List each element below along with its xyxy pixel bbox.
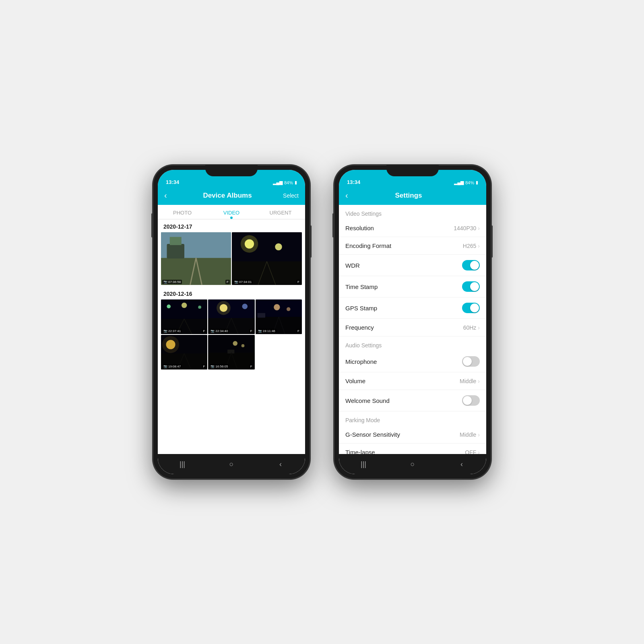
volume-chevron: › — [478, 378, 480, 384]
svg-point-38 — [162, 336, 179, 353]
welcome-sound-toggle[interactable] — [462, 395, 480, 406]
wdr-label: WDR — [345, 262, 360, 269]
nav-home-right[interactable]: ○ — [405, 456, 421, 472]
setting-gsensor[interactable]: G-Sensor Sensitivity Middle › — [339, 426, 486, 444]
microphone-toggle-thumb — [463, 357, 472, 366]
cam-icon-5: 📷 — [258, 329, 262, 333]
nav-back-left[interactable]: ‹ — [272, 456, 289, 472]
resolution-chevron: › — [478, 225, 480, 231]
svg-point-44 — [242, 344, 245, 347]
timestamp-toggle[interactable] — [462, 281, 480, 292]
album-content: 2020-12-17 — [158, 219, 305, 454]
gsensor-label: G-Sensor Sensitivity — [345, 431, 400, 438]
list-item[interactable]: 📷 16:56:05 F — [208, 335, 254, 369]
setting-timelapse[interactable]: Time-lapse OFF › — [339, 444, 486, 454]
thumb-meta-1: 📷 07:36:58 F — [161, 280, 231, 284]
volume-label: Volume — [345, 378, 365, 384]
svg-rect-6 — [170, 237, 182, 245]
svg-point-17 — [182, 302, 187, 308]
svg-point-16 — [167, 304, 171, 308]
timestamp-toggle-thumb — [470, 282, 479, 291]
camera-icon: 📷 — [163, 280, 167, 284]
video-flag-2: F — [296, 280, 301, 284]
setting-resolution[interactable]: Resolution 1440P30 › — [339, 219, 486, 237]
setting-welcome-sound: Welcome Sound — [339, 390, 486, 411]
welcome-sound-toggle-thumb — [463, 396, 472, 405]
select-button[interactable]: Select — [279, 192, 299, 199]
section-audio-header: Audio Settings — [339, 336, 486, 351]
nav-menu-right[interactable]: ||| — [355, 456, 372, 472]
video-duration-1: 📷 07:36:58 — [162, 280, 182, 284]
gps-stamp-label: GPS Stamp — [345, 305, 377, 312]
svg-rect-5 — [167, 244, 185, 258]
timelapse-label: Time-lapse — [345, 449, 375, 454]
section-parking-header: Parking Mode — [339, 411, 486, 426]
video-grid-1: 📷 07:36:58 F — [158, 232, 305, 287]
tab-bar: PHOTO VIDEO URGENT — [158, 205, 305, 219]
list-item[interactable]: 📷 22:34:40 F — [208, 299, 254, 334]
thumb-meta-2: 📷 07:34:01 F — [232, 280, 302, 284]
bottom-nav-right: ||| ○ ‹ — [339, 454, 486, 474]
setting-wdr: WDR — [339, 255, 486, 276]
back-button-left[interactable]: ‹ — [164, 191, 176, 200]
resolution-label: Resolution — [345, 225, 374, 231]
setting-volume[interactable]: Volume Middle › — [339, 372, 486, 390]
list-item[interactable]: 📷 07:34:01 F — [232, 232, 302, 285]
cam-icon-3: 📷 — [163, 329, 167, 333]
frequency-chevron: › — [478, 324, 480, 331]
cam-icon-6: 📷 — [163, 365, 167, 368]
gps-stamp-toggle-thumb — [470, 303, 479, 312]
list-item[interactable]: 📷 19:11:46 F — [256, 299, 302, 334]
resolution-value: 1440P30 › — [454, 225, 480, 231]
timelapse-chevron: › — [478, 449, 480, 454]
microphone-label: Microphone — [345, 358, 377, 365]
svg-point-30 — [274, 304, 280, 310]
svg-point-25 — [242, 303, 248, 309]
wdr-toggle[interactable] — [462, 260, 480, 270]
timelapse-value: OFF › — [465, 449, 480, 454]
phone-left: 13:34 ▂▄▆ 84% ▮ ‹ Device Albums Select P… — [153, 165, 310, 479]
tab-photo[interactable]: PHOTO — [158, 205, 207, 219]
signal-icon-right: ▂▄▆ — [454, 180, 464, 185]
nav-home-left[interactable]: ○ — [223, 456, 239, 472]
video-grid-2: 📷 22:37:41 F — [158, 299, 305, 372]
date-label-2: 2020-12-16 — [163, 291, 192, 297]
list-item[interactable]: 📷 19:08:47 F — [161, 335, 207, 369]
encoding-chevron: › — [478, 243, 480, 249]
frequency-label: Frequency — [345, 324, 374, 331]
video-flag-1: F — [225, 280, 230, 284]
signal-icon-left: ▂▄▆ — [273, 180, 283, 185]
date-group-2: 2020-12-16 — [158, 287, 305, 299]
setting-encoding[interactable]: Encoding Format H265 › — [339, 237, 486, 255]
svg-point-18 — [198, 305, 201, 309]
battery-icon-right: ▮ — [476, 180, 478, 185]
setting-microphone: Microphone — [339, 351, 486, 372]
gsensor-chevron: › — [478, 431, 480, 438]
settings-content: Video Settings Resolution 1440P30 › Enco… — [339, 205, 486, 454]
svg-point-11 — [275, 244, 282, 250]
battery-left: 84% — [284, 180, 293, 185]
list-item[interactable]: 📷 22:37:41 F — [161, 299, 207, 334]
notch-left — [205, 165, 258, 176]
tab-urgent[interactable]: URGENT — [256, 205, 305, 219]
back-button-right[interactable]: ‹ — [345, 191, 357, 200]
setting-timestamp: Time Stamp — [339, 276, 486, 297]
header-title-left: Device Albums — [176, 192, 279, 200]
cam-icon-4: 📷 — [211, 329, 215, 333]
setting-frequency[interactable]: Frequency 60Hz › — [339, 319, 486, 336]
nav-menu-left[interactable]: ||| — [174, 456, 190, 472]
microphone-toggle[interactable] — [462, 356, 480, 367]
tab-video[interactable]: VIDEO — [207, 205, 256, 219]
nav-back-right[interactable]: ‹ — [454, 456, 470, 472]
section-video-header: Video Settings — [339, 205, 486, 219]
date-group-1: 2020-12-17 — [158, 219, 305, 232]
gps-stamp-toggle[interactable] — [462, 303, 480, 313]
video-duration-2: 📷 07:34:01 — [233, 280, 253, 284]
battery-icon-left: ▮ — [295, 180, 297, 185]
list-item[interactable]: 📷 07:36:58 F — [161, 232, 231, 285]
wdr-toggle-thumb — [470, 261, 479, 270]
date-label-1: 2020-12-17 — [163, 223, 192, 230]
status-time-right: 13:34 — [347, 179, 360, 185]
svg-point-43 — [233, 341, 238, 346]
timestamp-label: Time Stamp — [345, 283, 378, 290]
